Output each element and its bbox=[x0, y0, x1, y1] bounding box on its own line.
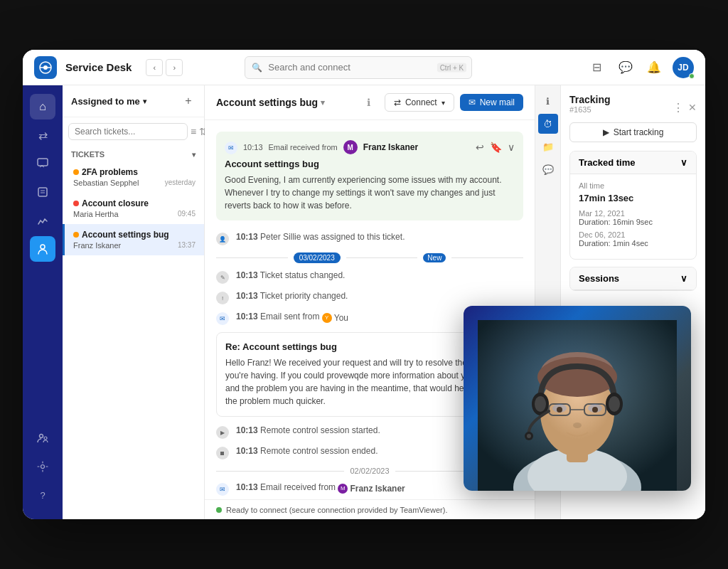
nav-back-button[interactable]: ‹ bbox=[146, 59, 163, 76]
event-text: 10:13 Ticket status changed. bbox=[236, 270, 345, 280]
start-tracking-button[interactable]: ▶ Start tracking bbox=[569, 122, 697, 142]
reply-icon[interactable]: ↩ bbox=[476, 142, 484, 153]
info-panel-icon[interactable]: ℹ bbox=[538, 91, 558, 111]
email2-header: 10:13 Email received from M Franz Iskane… bbox=[236, 482, 405, 494]
svg-rect-4 bbox=[38, 159, 48, 166]
info-icon[interactable]: ℹ bbox=[359, 92, 379, 112]
sidebar-item-contacts[interactable] bbox=[30, 425, 55, 451]
you-avatar: Y bbox=[322, 313, 332, 323]
new-mail-button[interactable]: ✉ New mail bbox=[460, 94, 523, 111]
ticket-item[interactable]: 2FA problems Sebastian Sepphel yesterday bbox=[63, 161, 204, 193]
nav-arrows: ‹ › bbox=[146, 59, 183, 76]
tickets-section-label: TICKETS ▾ bbox=[63, 146, 204, 161]
ticket-title: Account settings bug bbox=[73, 230, 196, 240]
ticket-meta: Maria Hertha 09:45 bbox=[73, 210, 196, 218]
sidebar-item-service-desk[interactable] bbox=[30, 236, 55, 262]
sidebar-item-help[interactable]: ? bbox=[30, 482, 55, 508]
close-tracking-icon[interactable]: ✕ bbox=[688, 102, 697, 113]
sessions-header[interactable]: Sessions ∨ bbox=[570, 267, 696, 290]
new-badge: New bbox=[423, 253, 446, 262]
nav-forward-button[interactable]: › bbox=[166, 59, 183, 76]
video-feed bbox=[464, 306, 691, 491]
ticket-panel-header: Assigned to me ▾ + bbox=[63, 85, 204, 117]
ticket-priority-dot bbox=[73, 169, 79, 175]
monitor-icon[interactable]: ⊟ bbox=[587, 58, 607, 78]
files-panel-icon[interactable]: 📁 bbox=[538, 137, 558, 156]
sidebar-item-reports[interactable] bbox=[30, 208, 55, 233]
person-silhouette bbox=[478, 320, 677, 491]
tracking-panel-icon[interactable]: ⏱ bbox=[538, 114, 558, 134]
avatar-initials: JD bbox=[678, 63, 688, 73]
tracked-time-body: All time 17min 13sec Mar 12, 2021 Durati… bbox=[570, 174, 696, 259]
event-text: 10:13 Peter Sillie was assigned to this … bbox=[236, 232, 405, 242]
event-text: 10:13 Ticket priority changed. bbox=[236, 291, 348, 301]
avatar[interactable]: JD bbox=[673, 57, 694, 78]
time-entry: Dec 06, 2021 Duration: 1min 4sec bbox=[579, 230, 687, 248]
sidebar-item-connections[interactable]: ⇄ bbox=[30, 122, 55, 148]
event-dot: 👤 bbox=[216, 233, 229, 245]
sidebar-item-messages[interactable] bbox=[30, 151, 55, 176]
chat-icon[interactable]: 💬 bbox=[616, 58, 636, 78]
ticket-search-input[interactable] bbox=[68, 123, 188, 140]
svg-rect-5 bbox=[38, 188, 47, 196]
divider-line bbox=[451, 257, 523, 258]
email-body: Good Evening, I am currently experiencin… bbox=[225, 174, 515, 212]
svg-point-34 bbox=[527, 434, 531, 438]
ticket-meta: Franz Iskaner 13:37 bbox=[73, 241, 196, 250]
content-title: Account settings bug ▾ bbox=[216, 97, 325, 108]
date-badge: 03/02/2023 bbox=[294, 252, 341, 263]
app-logo bbox=[34, 56, 57, 79]
keyboard-shortcut: Ctrl + K bbox=[437, 63, 467, 72]
online-badge bbox=[689, 73, 695, 79]
ticket-item-active[interactable]: Account settings bug Franz Iskaner 13:37 bbox=[63, 224, 204, 255]
assigned-dropdown[interactable]: Assigned to me ▾ bbox=[71, 96, 146, 107]
ticket-panel: Assigned to me ▾ + ≡ ⇅ TICKETS ▾ 2FA pro… bbox=[63, 85, 205, 519]
forward-icon[interactable]: 🔖 bbox=[490, 142, 502, 153]
franz-avatar-small: M bbox=[338, 484, 348, 494]
chevron-down-icon: ▾ bbox=[321, 98, 325, 107]
more-icon[interactable]: ∨ bbox=[508, 142, 515, 153]
time-entry: Mar 12, 2021 Duration: 16min 9sec bbox=[579, 209, 687, 226]
email-subject: Account settings bug bbox=[225, 159, 515, 169]
filter-icon[interactable]: ≡ bbox=[191, 126, 196, 137]
sidebar-item-files[interactable] bbox=[30, 179, 55, 205]
svg-point-9 bbox=[40, 435, 43, 438]
event-dot: ✉ bbox=[216, 483, 229, 496]
sessions-section: Sessions ∨ bbox=[569, 267, 697, 291]
tracking-title: Tracking #1635 bbox=[569, 94, 611, 121]
event-dot: ! bbox=[216, 292, 229, 304]
connection-status-dot bbox=[216, 507, 222, 513]
svg-point-8 bbox=[41, 245, 45, 249]
sidebar-item-home[interactable]: ⌂ bbox=[30, 94, 55, 119]
connect-button[interactable]: ⇄ Connect ▾ bbox=[385, 93, 454, 112]
left-sidebar: ⌂ ⇄ bbox=[23, 85, 63, 519]
add-ticket-button[interactable]: + bbox=[181, 94, 196, 108]
video-overlay bbox=[464, 306, 691, 491]
top-bar: Service Desk ‹ › 🔍 Ctrl + K ⊟ 💬 🔔 JD bbox=[23, 50, 705, 85]
ticket-meta: Sebastian Sepphel yesterday bbox=[73, 179, 196, 187]
svg-point-31 bbox=[535, 396, 546, 412]
all-time-label: All time bbox=[579, 181, 687, 190]
svg-point-28 bbox=[573, 422, 582, 428]
chevron-down-icon: ▾ bbox=[192, 151, 196, 159]
ticket-item[interactable]: Account closure Maria Hertha 09:45 bbox=[63, 193, 204, 224]
header-actions: ℹ ⇄ Connect ▾ ✉ New mail bbox=[359, 92, 523, 112]
svg-point-11 bbox=[41, 465, 45, 469]
divider-line bbox=[346, 257, 418, 258]
event-text: 10:13 Remote control session ended. bbox=[236, 446, 378, 456]
notes-panel-icon[interactable]: 💬 bbox=[538, 159, 558, 179]
email-avatar: M bbox=[343, 140, 358, 154]
tracked-time-header[interactable]: Tracked time ∨ bbox=[570, 151, 696, 174]
all-time-value: 17min 13sec bbox=[579, 193, 687, 203]
tracked-time-section: Tracked time ∨ All time 17min 13sec Mar … bbox=[569, 151, 697, 260]
bell-icon[interactable]: 🔔 bbox=[644, 58, 664, 78]
email-actions: ↩ 🔖 ∨ bbox=[476, 142, 515, 153]
sidebar-item-settings[interactable] bbox=[30, 454, 55, 479]
event-dot: ✉ bbox=[216, 312, 229, 325]
ticket-title: Account closure bbox=[73, 198, 196, 208]
divider-line bbox=[216, 471, 344, 472]
timeline-event: 👤 10:13 Peter Sillie was assigned to thi… bbox=[216, 232, 523, 245]
more-options-icon[interactable]: ⋮ bbox=[673, 101, 684, 115]
content-header: Account settings bug ▾ ℹ ⇄ Connect ▾ ✉ N… bbox=[205, 85, 535, 120]
email-dot: ✉ bbox=[225, 142, 237, 154]
